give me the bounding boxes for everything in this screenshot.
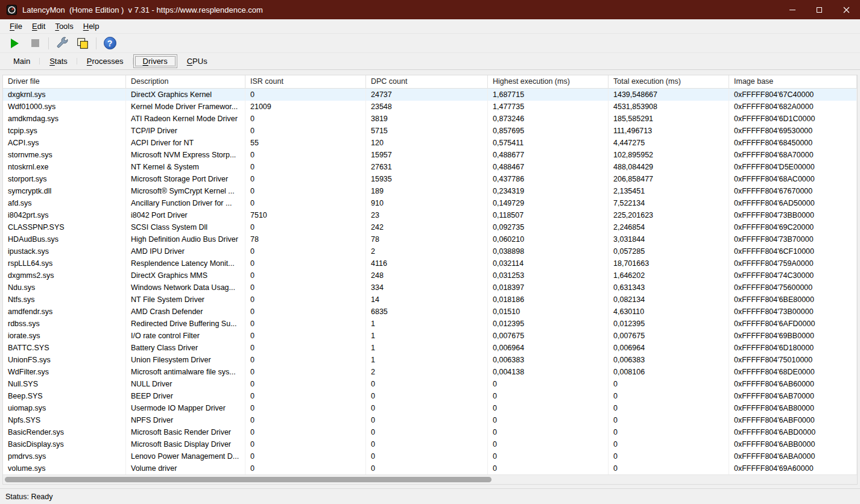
table-cell: 0xFFFFF804'6ABF0000 [729,414,857,426]
table-cell: 0 [245,462,366,474]
column-header[interactable]: ISR count [245,75,366,88]
tab-drivers[interactable]: Drivers [133,54,177,68]
table-row[interactable]: afd.sysAncillary Function Driver for ...… [3,197,857,209]
copy-report-button[interactable] [74,36,91,51]
table-row[interactable]: rspLLL64.sysResplendence Latency Monit..… [3,257,857,269]
table-row[interactable]: pmdrvs.sysLenovo Power Management D...00… [3,450,857,462]
table-row[interactable]: i8042prt.sysi8042 Port Driver7510230,118… [3,209,857,221]
help-button[interactable] [101,36,118,51]
toolbar-separator [96,37,96,49]
table-cell: 0,007675 [488,330,609,342]
horizontal-scrollbar[interactable] [3,474,857,484]
content-area: Driver fileDescriptionISR countDPC count… [0,70,860,488]
hscroll-thumb[interactable] [5,477,492,482]
table-row[interactable]: HDAudBus.sysHigh Definition Audio Bus Dr… [3,233,857,245]
table-cell: 0 [488,390,609,402]
table-row[interactable]: symcryptk.dllMicrosoft® SymCrypt Kernel … [3,185,857,197]
table-row[interactable]: Ntfs.sysNT File System Driver0140,018186… [3,294,857,306]
table-cell: 0 [609,426,729,438]
table-cell: 0xFFFFF804'682A0000 [729,101,857,113]
table-cell: HDAudBus.sys [3,233,126,245]
stop-monitor-button[interactable] [27,36,43,51]
column-header[interactable]: DPC count [366,75,488,88]
table-cell: 0 [488,438,609,450]
table-cell: ACPI.sys [3,137,126,149]
copy-icon [76,37,89,50]
column-header[interactable]: Image base [729,75,857,88]
table-cell: stornvme.sys [3,149,126,161]
table-row[interactable]: BasicRender.sysMicrosoft Basic Render Dr… [3,426,857,438]
table-cell: 0 [488,378,609,390]
tab-cpus[interactable]: CPUs [177,54,217,68]
table-cell: 0xFFFFF804'6AFD0000 [729,318,857,330]
column-header[interactable]: Driver file [3,75,126,88]
table-cell: 0 [245,197,366,209]
table-cell: 55 [245,137,366,149]
table-row[interactable]: ipustack.sysAMD IPU Driver020,0388980,05… [3,245,857,257]
table-row[interactable]: ACPI.sysACPI Driver for NT551200,5754114… [3,137,857,149]
tab-stats[interactable]: Stats [40,54,77,68]
table-cell: 0 [366,450,488,462]
table-cell: Windows Network Data Usag... [126,282,245,294]
menu-item-tools[interactable]: Tools [50,20,78,33]
table-cell: 185,585291 [609,113,729,125]
table-cell: Microsoft NVM Express Storp... [126,149,245,161]
table-cell: 0 [245,125,366,137]
close-button[interactable] [833,0,860,19]
table-cell: 0,057285 [609,245,729,257]
table-row[interactable]: iorate.sysI/O rate control Filter010,007… [3,330,857,342]
start-monitor-button[interactable] [6,36,23,51]
tools-button[interactable] [54,36,71,51]
table-row[interactable]: UnionFS.sysUnion Filesystem Driver010,00… [3,354,857,366]
table-row[interactable]: rdbss.sysRedirected Drive Buffering Su..… [3,318,857,330]
table-cell: 0 [488,450,609,462]
table-row[interactable]: Wdf01000.sysKernel Mode Driver Framewor.… [3,101,857,113]
table-row[interactable]: uiomap.sysUsermode IO Mapper Driver00000… [3,402,857,414]
table-cell: 0 [245,221,366,233]
table-cell: 23548 [366,101,488,113]
table-row[interactable]: amdfendr.sysAMD Crash Defender068350,015… [3,306,857,318]
menu-item-edit[interactable]: Edit [27,20,50,33]
title-bar[interactable]: LatencyMon (Home Edition ) v 7.31 - http… [0,0,860,19]
table-row[interactable]: Beep.SYSBEEP Driver00000xFFFFF804'6AB700… [3,390,857,402]
menu-item-help[interactable]: Help [78,20,104,33]
table-row[interactable]: amdkmdag.sysATI Radeon Kernel Mode Drive… [3,113,857,125]
tab-processes[interactable]: Processes [77,54,133,68]
table-row[interactable]: BasicDisplay.sysMicrosoft Basic Display … [3,438,857,450]
table-row[interactable]: WdFilter.sysMicrosoft antimalware file s… [3,366,857,378]
table-row[interactable]: Npfs.SYSNPFS Driver00000xFFFFF804'6ABF00… [3,414,857,426]
table-cell: CLASSPNP.SYS [3,221,126,233]
table-cell: 0 [245,390,366,402]
table-cell: uiomap.sys [3,402,126,414]
table-row[interactable]: storport.sysMicrosoft Storage Port Drive… [3,173,857,185]
table-cell: Microsoft® SymCrypt Kernel ... [126,185,245,197]
table-cell: 2 [366,366,488,378]
table-cell: Volume driver [126,462,245,474]
column-header[interactable]: Description [126,75,245,88]
table-row[interactable]: dxgkrnl.sysDirectX Graphics Kernel024737… [3,89,857,101]
table-row[interactable]: ntoskrnl.exeNT Kernel & System0276310,48… [3,161,857,173]
table-row[interactable]: dxgmms2.sysDirectX Graphics MMS02480,031… [3,269,857,282]
table-row[interactable]: tcpip.sysTCP/IP Driver057150,857695111,4… [3,125,857,137]
maximize-button[interactable] [806,0,833,19]
table-cell: 3,031844 [609,233,729,245]
table-row[interactable]: Null.SYSNULL Driver00000xFFFFF804'6AB600… [3,378,857,390]
tab-bar: MainStatsProcessesDriversCPUs [0,53,860,70]
table-row[interactable]: BATTC.SYSBattery Class Driver010,0069640… [3,342,857,354]
table-row[interactable]: volume.sysVolume driver00000xFFFFF804'69… [3,462,857,474]
column-header[interactable]: Total execution (ms) [609,75,729,88]
table-row[interactable]: CLASSPNP.SYSSCSI Class System Dll02420,0… [3,221,857,233]
table-cell: rspLLL64.sys [3,257,126,269]
table-cell: 0 [245,342,366,354]
table-row[interactable]: stornvme.sysMicrosoft NVM Express Storp.… [3,149,857,161]
table-cell: WdFilter.sys [3,366,126,378]
table-cell: 0xFFFFF804'75010000 [729,354,857,366]
minimize-button[interactable] [779,0,806,19]
tab-main[interactable]: Main [4,54,40,68]
table-row[interactable]: Ndu.sysWindows Network Data Usag...03340… [3,282,857,294]
table-cell: 0xFFFFF804'6ABA0000 [729,450,857,462]
table-cell: 0xFFFFF804'D5E00000 [729,161,857,173]
menu-item-file[interactable]: File [5,20,27,33]
column-header[interactable]: Highest execution (ms) [488,75,609,88]
table-cell: 78 [366,233,488,245]
